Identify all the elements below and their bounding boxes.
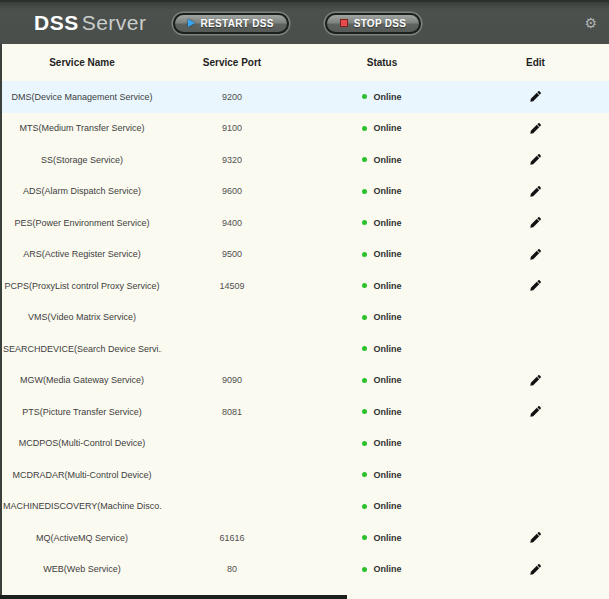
service-name: PES(Power Environment Service) [2, 218, 162, 228]
pencil-icon [529, 248, 542, 261]
stop-dss-button[interactable]: STOP DSS [325, 13, 422, 34]
online-status-dot [362, 535, 367, 540]
app-logo: DSSServer [34, 11, 147, 35]
status-cell: Online [302, 564, 462, 574]
edit-service-button[interactable] [528, 404, 544, 420]
status-label: Online [373, 92, 401, 102]
table-row[interactable]: SS(Storage Service)9320Online [2, 144, 609, 176]
service-port: 8081 [162, 407, 302, 417]
edit-service-button[interactable] [528, 278, 544, 294]
service-port: 9600 [162, 186, 302, 196]
pencil-icon [529, 405, 542, 418]
service-port: 9320 [162, 155, 302, 165]
status-cell: Online [302, 92, 462, 102]
online-status-dot [362, 315, 367, 320]
edit-cell [462, 530, 609, 546]
column-header-status: Status [302, 57, 462, 68]
edit-service-button[interactable] [528, 152, 544, 168]
service-name: VMS(Video Matrix Service) [2, 312, 162, 322]
table-row[interactable]: MGW(Media Gateway Service)9090Online [2, 365, 609, 397]
edit-cell [462, 183, 609, 199]
restart-dss-label: RESTART DSS [201, 18, 274, 29]
table-row[interactable]: VMS(Video Matrix Service)Online [2, 302, 609, 334]
stop-dss-label: STOP DSS [354, 18, 407, 29]
restart-dss-button[interactable]: RESTART DSS [173, 13, 289, 34]
online-status-dot [362, 409, 367, 414]
service-name: MCDRADAR(Multi-Control Device) [2, 470, 162, 480]
pencil-icon [529, 153, 542, 166]
service-name: SEARCHDEVICE(Search Device Servi... [2, 344, 162, 354]
online-status-dot [362, 472, 367, 477]
service-name: MCDPOS(Multi-Control Device) [2, 438, 162, 448]
table-row[interactable]: MTS(Medium Transfer Service)9100Online [2, 113, 609, 145]
edit-service-button[interactable] [528, 561, 544, 577]
online-status-dot [362, 504, 367, 509]
edit-cell [462, 372, 609, 388]
table-row[interactable]: SEARCHDEVICE(Search Device Servi...Onlin… [2, 333, 609, 365]
table-row[interactable]: MQ(ActiveMQ Service)61616Online [2, 522, 609, 554]
status-cell: Online [302, 470, 462, 480]
status-cell: Online [302, 123, 462, 133]
pencil-icon [529, 374, 542, 387]
online-status-dot [362, 94, 367, 99]
online-status-dot [362, 346, 367, 351]
edit-service-button[interactable] [528, 372, 544, 388]
status-label: Online [373, 407, 401, 417]
edit-service-button[interactable] [528, 530, 544, 546]
service-port: 61616 [162, 533, 302, 543]
table-row[interactable]: PCPS(ProxyList control Proxy Service)145… [2, 270, 609, 302]
status-label: Online [373, 218, 401, 228]
status-label: Online [373, 344, 401, 354]
status-cell: Online [302, 344, 462, 354]
status-label: Online [373, 470, 401, 480]
service-port: 9200 [162, 92, 302, 102]
table-row[interactable]: ADS(Alarm Dispatch Service)9600Online [2, 176, 609, 208]
table-row[interactable]: WEB(Web Service)80Online [2, 554, 609, 586]
pencil-icon [529, 531, 542, 544]
pencil-icon [529, 216, 542, 229]
table-header-row: Service Name Service Port Status Edit [2, 44, 609, 81]
online-status-dot [362, 189, 367, 194]
pencil-icon [529, 122, 542, 135]
pencil-icon [529, 563, 542, 576]
table-row[interactable]: MCDRADAR(Multi-Control Device)Online [2, 459, 609, 491]
online-status-dot [362, 378, 367, 383]
service-port: 80 [162, 564, 302, 574]
edit-cell [462, 561, 609, 577]
gear-icon[interactable]: ⚙ [584, 16, 597, 30]
brand-dss: DSS [34, 11, 79, 34]
edit-service-button[interactable] [528, 120, 544, 136]
online-status-dot [362, 441, 367, 446]
service-name: PTS(Picture Transfer Service) [2, 407, 162, 417]
online-status-dot [362, 220, 367, 225]
status-label: Online [373, 375, 401, 385]
table-row[interactable]: PES(Power Environment Service)9400Online [2, 207, 609, 239]
status-label: Online [373, 249, 401, 259]
edit-service-button[interactable] [528, 183, 544, 199]
header-bar: DSSServer RESTART DSS STOP DSS ⚙ [0, 0, 609, 44]
edit-service-button[interactable] [528, 246, 544, 262]
online-status-dot [362, 283, 367, 288]
column-header-service-name: Service Name [2, 57, 162, 68]
table-row[interactable]: MCDPOS(Multi-Control Device)Online [2, 428, 609, 460]
stop-icon [340, 19, 348, 27]
services-table: Service Name Service Port Status Edit DM… [0, 44, 609, 599]
online-status-dot [362, 157, 367, 162]
table-row[interactable]: MACHINEDISCOVERY(Machine Disco...Online [2, 491, 609, 523]
service-port: 14509 [162, 281, 302, 291]
service-port: 9500 [162, 249, 302, 259]
column-header-edit: Edit [462, 57, 609, 68]
online-status-dot [362, 126, 367, 131]
edit-service-button[interactable] [528, 215, 544, 231]
table-row[interactable]: PTS(Picture Transfer Service)8081Online [2, 396, 609, 428]
edit-cell [462, 278, 609, 294]
edit-service-button[interactable] [528, 89, 544, 105]
table-row[interactable]: DMS(Device Management Service)9200Online [2, 81, 609, 113]
edit-cell [462, 120, 609, 136]
status-cell: Online [302, 249, 462, 259]
pencil-icon [529, 90, 542, 103]
service-name: MACHINEDISCOVERY(Machine Disco... [2, 501, 162, 511]
service-name: DMS(Device Management Service) [2, 92, 162, 102]
table-row[interactable]: ARS(Active Register Service)9500Online [2, 239, 609, 271]
online-status-dot [362, 567, 367, 572]
